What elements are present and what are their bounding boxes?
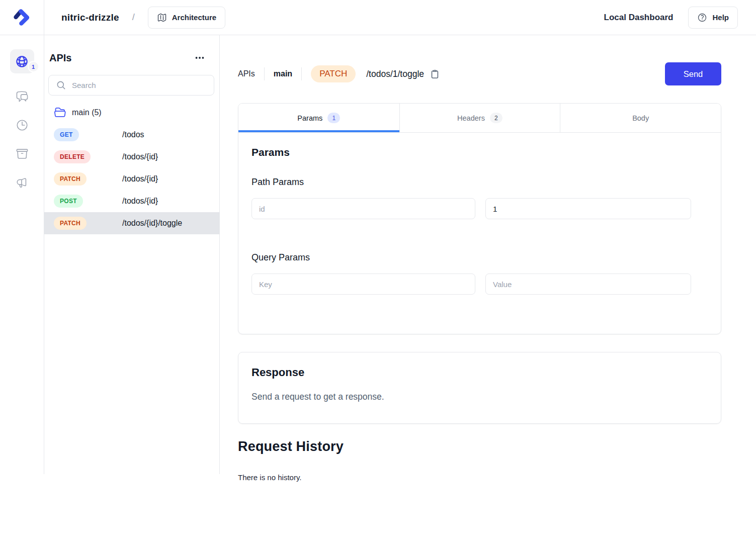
request-method-badge: PATCH: [311, 65, 356, 82]
apis-panel-title: APIs: [49, 52, 71, 64]
architecture-label: Architecture: [172, 13, 216, 22]
local-dashboard-title: Local Dashboard: [604, 13, 674, 23]
route-path: /todos/{id}/toggle: [122, 219, 182, 228]
divider: [264, 67, 265, 80]
rail-item-topics[interactable]: [10, 170, 34, 195]
path-params-row: [251, 198, 708, 219]
top-header: nitric-drizzle / Architecture Local Dash…: [0, 0, 756, 35]
response-title: Response: [251, 366, 708, 379]
route-path: /todos/{id}: [122, 174, 158, 184]
route-path: /todos/{id}: [122, 197, 158, 206]
rail-item-schedules[interactable]: [10, 113, 34, 137]
query-params-title: Query Params: [251, 252, 708, 263]
help-button[interactable]: Help: [688, 7, 738, 29]
clipboard-icon: [430, 69, 440, 79]
divider: [301, 67, 302, 80]
route-item[interactable]: DELETE /todos/{id}: [44, 146, 219, 168]
request-path: /todos/1/toggle: [366, 69, 424, 79]
route-item[interactable]: GET /todos: [44, 124, 219, 146]
map-icon: [157, 13, 167, 23]
tab-body[interactable]: Body: [560, 104, 721, 132]
method-badge: POST: [54, 195, 83, 208]
icon-rail: 1: [0, 35, 44, 474]
search-icon: [56, 80, 66, 90]
tab-params[interactable]: Params 1: [238, 104, 399, 132]
clock-icon: [16, 119, 29, 132]
megaphone-icon: [16, 176, 29, 189]
project-name: nitric-drizzle: [61, 12, 119, 23]
query-param-value-input[interactable]: [485, 273, 691, 295]
route-item[interactable]: PATCH /todos/{id}: [44, 168, 219, 190]
apis-sidebar: APIs main (5) GET: [44, 35, 220, 474]
path-param-key-input[interactable]: [251, 198, 475, 219]
tab-headers[interactable]: Headers 2: [399, 104, 560, 132]
breadcrumb-api-name: main: [274, 69, 292, 78]
response-card: Response Send a request to get a respons…: [238, 352, 721, 424]
route-item[interactable]: POST /todos/{id}: [44, 190, 219, 212]
method-badge: DELETE: [54, 150, 91, 163]
path-params-title: Path Params: [251, 177, 708, 188]
folder-open-icon: [54, 106, 66, 119]
path-param-value-input[interactable]: [485, 198, 691, 219]
route-path: /todos: [122, 130, 144, 139]
nitric-logo[interactable]: [0, 0, 44, 35]
route-item-selected[interactable]: PATCH /todos/{id}/toggle: [44, 212, 219, 234]
params-section-title: Params: [251, 146, 708, 158]
send-button[interactable]: Send: [665, 62, 721, 85]
query-params-row: [251, 273, 708, 295]
chat-bubbles-icon: [16, 90, 29, 103]
route-path: /todos/{id}: [122, 152, 158, 161]
breadcrumb-apis: APIs: [238, 69, 255, 78]
response-empty-message: Send a request to get a response.: [251, 392, 708, 402]
apis-count-badge: 1: [28, 61, 39, 72]
tab-bar: Params 1 Headers 2 Body: [238, 104, 721, 133]
params-count-badge: 1: [327, 113, 340, 123]
rail-item-apis[interactable]: 1: [10, 49, 34, 73]
ellipsis-icon: [194, 52, 205, 63]
search-input[interactable]: [48, 75, 214, 96]
request-history-title: Request History: [238, 439, 721, 454]
history-empty-message: There is no history.: [238, 473, 721, 482]
method-badge: PATCH: [54, 172, 87, 186]
request-bar: APIs main PATCH /todos/1/toggle Send: [238, 62, 721, 85]
main-content: APIs main PATCH /todos/1/toggle Send Par…: [220, 35, 756, 482]
query-param-key-input[interactable]: [251, 273, 475, 295]
headers-count-badge: 2: [490, 113, 502, 123]
copy-path-button[interactable]: [429, 68, 441, 80]
request-config-card: Params 1 Headers 2 Body Params Path Para…: [238, 103, 721, 334]
question-mark-icon: [697, 13, 707, 23]
rail-item-chat[interactable]: [10, 84, 34, 109]
globe-icon: [15, 55, 29, 68]
help-label: Help: [712, 13, 729, 22]
breadcrumb-separator: /: [132, 12, 135, 23]
rail-item-storage[interactable]: [10, 142, 34, 166]
architecture-button[interactable]: Architecture: [148, 7, 225, 29]
method-badge: GET: [54, 128, 79, 141]
apis-menu-button[interactable]: [192, 50, 207, 65]
method-badge: PATCH: [54, 217, 87, 230]
folder-label: main (5): [72, 108, 102, 117]
nitric-logo-icon: [12, 8, 32, 28]
storage-box-icon: [16, 147, 29, 160]
api-folder-main[interactable]: main (5): [44, 104, 219, 124]
